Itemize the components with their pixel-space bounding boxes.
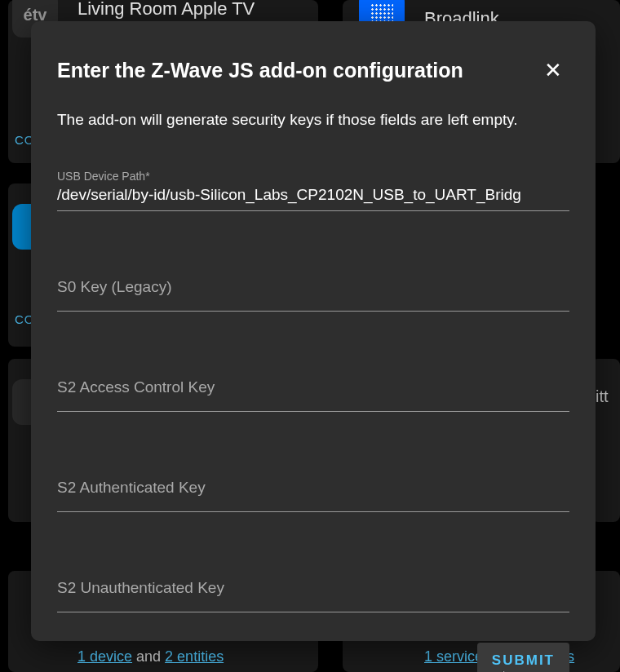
submit-button-label: SUBMIT	[492, 652, 555, 668]
partial-text: itt	[596, 387, 609, 406]
s2-authenticated-key-input[interactable]	[57, 479, 569, 511]
dialog-subtitle: The add-on will generate security keys i…	[57, 111, 569, 129]
dialog-header: Enter the Z-Wave JS add-on configuration…	[57, 54, 569, 86]
s2-access-key-input[interactable]	[57, 378, 569, 411]
s2-unauthenticated-key-field	[57, 579, 569, 612]
s2-access-key-field	[57, 378, 569, 412]
s0-key-field	[57, 278, 569, 312]
close-button[interactable]: ✕	[537, 54, 569, 86]
usb-device-path-label: USB Device Path*	[57, 170, 569, 183]
dialog-footer: SUBMIT	[57, 643, 569, 672]
dialog-title: Enter the Z-Wave JS add-on configuration	[57, 59, 463, 82]
zwave-config-dialog: Enter the Z-Wave JS add-on configuration…	[31, 21, 596, 641]
usb-device-path-input[interactable]	[57, 186, 569, 210]
s2-unauthenticated-key-input[interactable]	[57, 579, 569, 612]
s0-key-input[interactable]	[57, 278, 569, 311]
close-icon: ✕	[544, 58, 562, 83]
s2-authenticated-key-field	[57, 479, 569, 512]
integration-card	[591, 359, 620, 522]
cursor-icon	[500, 669, 513, 672]
usb-device-path-field: USB Device Path*	[57, 170, 569, 211]
card-title: Living Room Apple TV	[78, 0, 255, 20]
submit-button[interactable]: SUBMIT	[477, 643, 569, 672]
